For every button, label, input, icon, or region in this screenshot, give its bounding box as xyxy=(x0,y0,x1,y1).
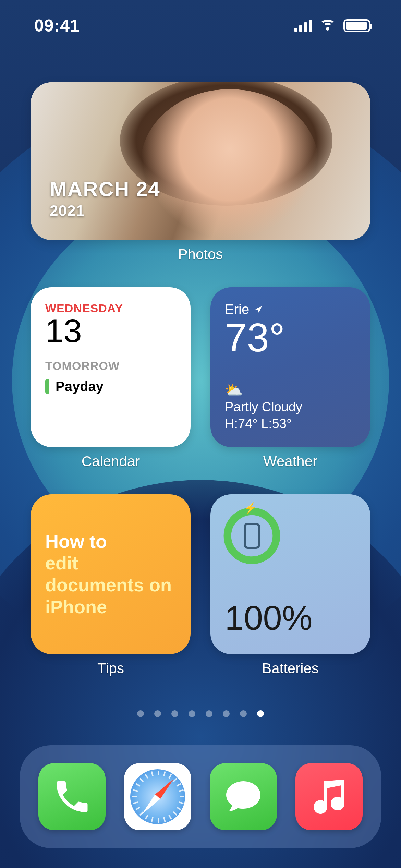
weather-label: Weather xyxy=(210,453,370,470)
partly-cloudy-icon: ⛅ xyxy=(225,382,356,398)
phone-app[interactable] xyxy=(38,763,106,830)
phone-icon xyxy=(51,776,93,817)
status-bar: 09:41 xyxy=(0,0,401,51)
weather-hilo: H:74° L:53° xyxy=(225,417,356,431)
calendar-widget[interactable]: WEDNESDAY 13 TOMORROW Payday xyxy=(31,287,191,447)
weather-location-row: Erie xyxy=(225,302,356,317)
page-dot[interactable] xyxy=(189,710,195,717)
photos-label: Photos xyxy=(31,246,370,263)
location-arrow-icon xyxy=(254,305,263,314)
music-note-icon xyxy=(308,776,350,817)
status-time: 09:41 xyxy=(34,16,80,36)
music-app[interactable] xyxy=(295,763,363,830)
tips-widget[interactable]: How to edit documents on iPhone xyxy=(31,494,191,654)
page-dot[interactable] xyxy=(257,710,264,717)
cellular-icon xyxy=(294,20,312,32)
weather-location: Erie xyxy=(225,302,249,317)
charging-bolt-icon: ⚡ xyxy=(244,502,257,514)
page-indicator[interactable] xyxy=(0,710,401,717)
event-name: Payday xyxy=(56,379,104,394)
page-dot[interactable] xyxy=(206,710,212,717)
weather-temp: 73° xyxy=(225,318,356,358)
photo-date-line1: MARCH 24 xyxy=(50,177,160,201)
messages-icon xyxy=(223,776,264,817)
page-dot[interactable] xyxy=(223,710,230,717)
page-dot[interactable] xyxy=(137,710,144,717)
tips-line2a: edit xyxy=(45,552,176,574)
weather-condition: Partly Cloudy xyxy=(225,400,356,414)
batteries-widget[interactable]: ⚡ 100% xyxy=(210,494,370,654)
safari-app[interactable] xyxy=(124,763,191,830)
calendar-label: Calendar xyxy=(31,453,191,470)
tips-line1: How to xyxy=(45,531,176,553)
compass-icon xyxy=(130,769,185,824)
messages-app[interactable] xyxy=(210,763,277,830)
weather-widget[interactable]: Erie 73° ⛅ Partly Cloudy H:74° L:53° xyxy=(210,287,370,447)
tips-label: Tips xyxy=(31,660,191,677)
status-right xyxy=(294,19,370,32)
page-dot[interactable] xyxy=(240,710,247,717)
battery-icon xyxy=(343,19,370,32)
photo-date-line2: 2021 xyxy=(50,202,160,219)
calendar-date: 13 xyxy=(45,314,176,348)
tips-line2c: iPhone xyxy=(45,596,176,618)
event-color-bar xyxy=(45,379,49,394)
battery-percent: 100% xyxy=(225,598,356,638)
page-dot[interactable] xyxy=(171,710,178,717)
dock xyxy=(20,745,381,848)
calendar-tomorrow-label: TOMORROW xyxy=(45,359,176,373)
batteries-label: Batteries xyxy=(210,660,370,677)
photos-widget[interactable]: MARCH 24 2021 xyxy=(31,82,370,240)
wifi-icon xyxy=(319,20,336,32)
phone-device-icon xyxy=(244,523,260,549)
tips-line2b: documents on xyxy=(45,574,176,596)
battery-ring: ⚡ xyxy=(223,507,281,565)
photo-date: MARCH 24 2021 xyxy=(50,177,160,219)
page-dot[interactable] xyxy=(154,710,161,717)
calendar-event: Payday xyxy=(45,379,176,394)
